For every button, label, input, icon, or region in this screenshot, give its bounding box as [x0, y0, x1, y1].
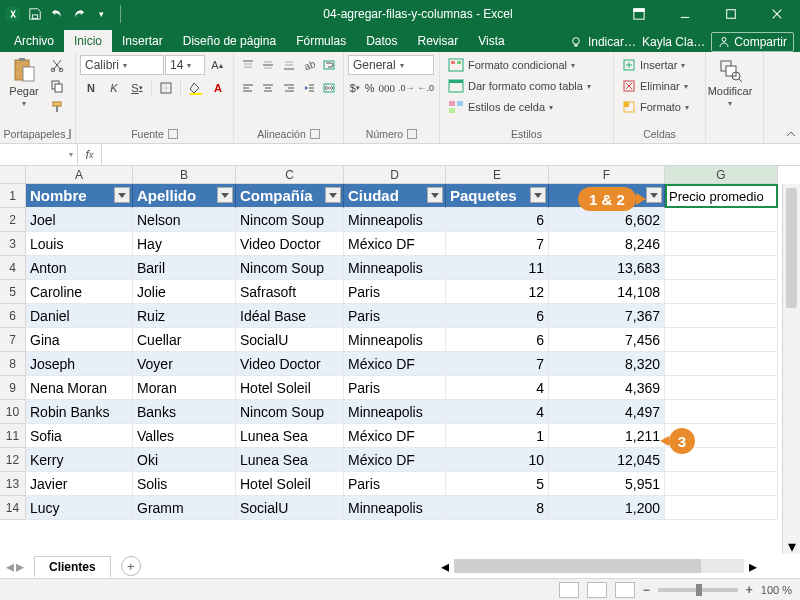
table-header-cell[interactable]: Compañía: [236, 184, 344, 208]
column-header[interactable]: C: [236, 166, 344, 184]
scroll-thumb[interactable]: [786, 188, 797, 308]
select-all-corner[interactable]: [0, 166, 26, 184]
tab-fórmulas[interactable]: Fórmulas: [286, 30, 356, 52]
cell-styles-button[interactable]: Estilos de celda▾: [444, 97, 609, 117]
cell[interactable]: Jolie: [133, 280, 236, 304]
borders-icon[interactable]: [155, 78, 177, 98]
cell[interactable]: Voyer: [133, 352, 236, 376]
percent-format-icon[interactable]: %: [363, 78, 377, 98]
add-sheet-icon[interactable]: +: [121, 556, 141, 576]
cell[interactable]: 8: [446, 496, 549, 520]
column-header[interactable]: D: [344, 166, 446, 184]
decrease-indent-icon[interactable]: [299, 78, 318, 98]
tab-datos[interactable]: Datos: [356, 30, 407, 52]
cell[interactable]: 6: [446, 208, 549, 232]
cell[interactable]: 4,369: [549, 376, 665, 400]
cell[interactable]: Paris: [344, 472, 446, 496]
cell[interactable]: [665, 232, 778, 256]
sheet-nav-next-icon[interactable]: ▸: [16, 557, 24, 576]
table-header-cell[interactable]: Ciudad: [344, 184, 446, 208]
tab-diseño-de-página[interactable]: Diseño de página: [173, 30, 286, 52]
sheet-nav-prev-icon[interactable]: ◂: [6, 557, 14, 576]
insert-cells-button[interactable]: Insertar▾: [618, 55, 701, 75]
filter-dropdown-icon[interactable]: [114, 187, 130, 203]
cell[interactable]: [665, 304, 778, 328]
cell[interactable]: Lucy: [26, 496, 133, 520]
cell[interactable]: México DF: [344, 448, 446, 472]
column-header[interactable]: A: [26, 166, 133, 184]
zoom-level[interactable]: 100 %: [761, 584, 792, 596]
cell[interactable]: [665, 496, 778, 520]
zoom-in-icon[interactable]: +: [746, 583, 753, 597]
page-layout-view-icon[interactable]: [587, 582, 607, 598]
cell[interactable]: 12: [446, 280, 549, 304]
collapse-ribbon-icon[interactable]: [784, 127, 798, 141]
scroll-left-icon[interactable]: ◂: [436, 554, 454, 578]
increase-font-icon[interactable]: A▴: [206, 55, 228, 75]
decrease-decimal-icon[interactable]: ←.0: [416, 78, 435, 98]
row-header[interactable]: 14: [0, 496, 26, 520]
row-header[interactable]: 9: [0, 376, 26, 400]
cell[interactable]: Minneapolis: [344, 496, 446, 520]
align-middle-icon[interactable]: [258, 55, 277, 75]
undo-icon[interactable]: [50, 7, 64, 21]
copy-icon[interactable]: [46, 76, 68, 96]
cell[interactable]: Lunea Sea: [236, 424, 344, 448]
font-size-combo[interactable]: 14▾: [165, 55, 205, 75]
cell[interactable]: Baril: [133, 256, 236, 280]
cell[interactable]: 7,456: [549, 328, 665, 352]
align-right-icon[interactable]: [279, 78, 298, 98]
format-cells-button[interactable]: Formato▾: [618, 97, 701, 117]
row-header[interactable]: 11: [0, 424, 26, 448]
cell[interactable]: Caroline: [26, 280, 133, 304]
merge-center-icon[interactable]: [320, 78, 339, 98]
horizontal-scrollbar[interactable]: ◂ ▸: [434, 554, 764, 578]
minimize-button[interactable]: [662, 0, 708, 28]
normal-view-icon[interactable]: [559, 582, 579, 598]
number-dialog-launcher-icon[interactable]: [407, 129, 417, 139]
row-header[interactable]: 10: [0, 400, 26, 424]
row-header[interactable]: 13: [0, 472, 26, 496]
cell[interactable]: [665, 352, 778, 376]
cell[interactable]: Nincom Soup: [236, 208, 344, 232]
fx-icon[interactable]: fx: [78, 144, 102, 165]
column-header[interactable]: B: [133, 166, 236, 184]
cell[interactable]: Paris: [344, 376, 446, 400]
table-header-cell[interactable]: Paquetes: [446, 184, 549, 208]
filter-dropdown-icon[interactable]: [646, 187, 662, 203]
cell[interactable]: 1: [446, 424, 549, 448]
cell[interactable]: SocialU: [236, 496, 344, 520]
delete-cells-button[interactable]: Eliminar▾: [618, 76, 701, 96]
tab-vista[interactable]: Vista: [468, 30, 514, 52]
clipboard-dialog-launcher-icon[interactable]: [69, 129, 71, 139]
cell[interactable]: [665, 256, 778, 280]
redo-icon[interactable]: [72, 7, 86, 21]
sheet-tab[interactable]: Clientes: [34, 556, 111, 577]
cell[interactable]: México DF: [344, 424, 446, 448]
cell[interactable]: Hay: [133, 232, 236, 256]
cell[interactable]: Louis: [26, 232, 133, 256]
cell[interactable]: Nena Moran: [26, 376, 133, 400]
align-left-icon[interactable]: [238, 78, 257, 98]
filter-dropdown-icon[interactable]: [217, 187, 233, 203]
cell[interactable]: Banks: [133, 400, 236, 424]
fill-color-icon[interactable]: [184, 78, 206, 98]
cell[interactable]: 1,211: [549, 424, 665, 448]
accounting-format-icon[interactable]: $▾: [348, 78, 362, 98]
close-button[interactable]: [754, 0, 800, 28]
cell[interactable]: México DF: [344, 232, 446, 256]
cell[interactable]: SocialU: [236, 328, 344, 352]
cell[interactable]: Paris: [344, 280, 446, 304]
orientation-icon[interactable]: ab: [299, 55, 318, 75]
paste-button[interactable]: Pegar ▾: [4, 55, 44, 110]
underline-icon[interactable]: S▾: [126, 78, 148, 98]
cell[interactable]: 12,045: [549, 448, 665, 472]
cell[interactable]: Joseph: [26, 352, 133, 376]
zoom-slider[interactable]: [658, 588, 738, 592]
alignment-dialog-launcher-icon[interactable]: [310, 129, 320, 139]
cell[interactable]: 4,497: [549, 400, 665, 424]
cell[interactable]: Moran: [133, 376, 236, 400]
italic-icon[interactable]: K: [103, 78, 125, 98]
table-header-cell[interactable]: Apellido: [133, 184, 236, 208]
cell[interactable]: Gramm: [133, 496, 236, 520]
